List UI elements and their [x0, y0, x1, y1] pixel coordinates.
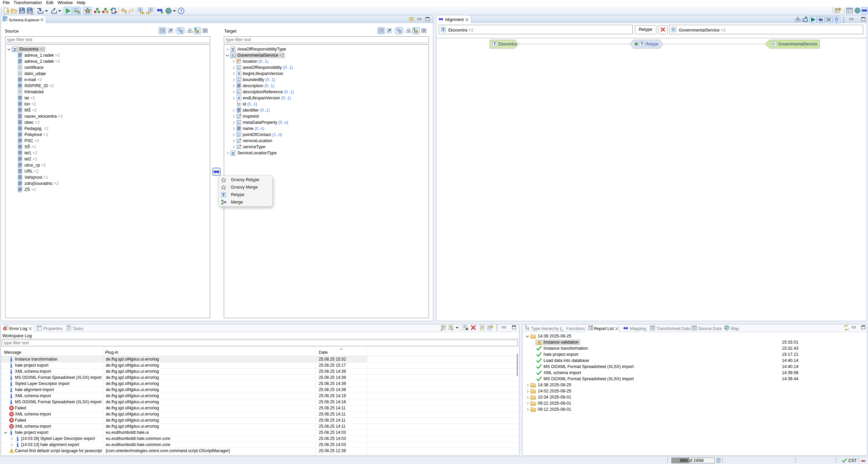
svg-text:T: T — [139, 8, 142, 12]
svg-text:T: T — [399, 30, 401, 33]
svg-text:T: T — [180, 30, 182, 33]
svg-text:T: T — [150, 8, 152, 12]
svg-text:?: ? — [180, 8, 182, 14]
